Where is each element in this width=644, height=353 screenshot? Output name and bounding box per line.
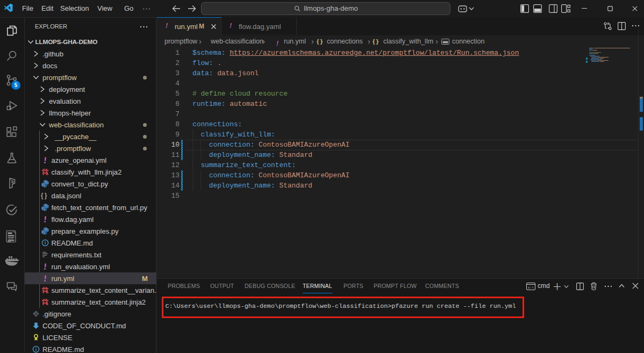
svg-text:c:\: c:\: [528, 286, 534, 290]
